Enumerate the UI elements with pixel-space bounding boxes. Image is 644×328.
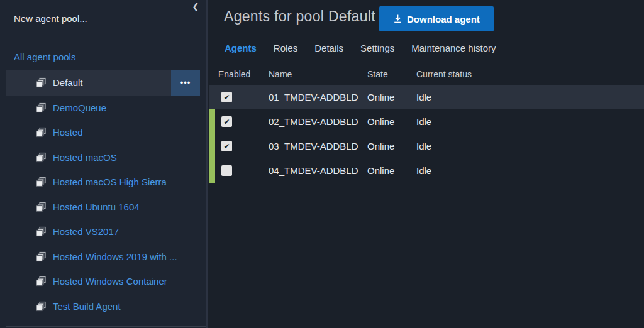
sidebar-item-pool[interactable]: Hosted [0, 120, 208, 145]
pool-tabs: Agents Roles Details Settings Maintenanc… [225, 40, 496, 56]
agent-name: 02_TMDEV-ADDBLD [269, 109, 358, 134]
tab-roles[interactable]: Roles [274, 40, 297, 56]
sidebar-item-pool-default[interactable]: Default ••• [6, 70, 200, 96]
sidebar-item-pool[interactable]: Hosted macOS High Sierra [0, 170, 208, 195]
pool-label: Hosted [53, 127, 83, 138]
agent-pool-icon [36, 177, 47, 187]
agent-enabled-checkbox[interactable] [221, 165, 232, 176]
column-header-current-status: Current status [416, 69, 472, 79]
agent-status: Idle [416, 109, 431, 134]
agent-state: Online [367, 158, 394, 183]
pool-label: DemoQueue [53, 102, 106, 113]
pool-label: Hosted macOS [53, 152, 117, 163]
sidebar-item-pool[interactable]: Hosted Ubuntu 1604 [0, 195, 208, 220]
sidebar-scrollbar-track [6, 326, 206, 327]
agents-table: 01_TMDEV-ADDBLD Online Idle 02_TMDEV-ADD… [209, 85, 644, 183]
tab-agents[interactable]: Agents [225, 40, 257, 56]
agent-state: Online [367, 109, 394, 134]
pool-label: Hosted VS2017 [53, 226, 119, 237]
tab-maintenance-history[interactable]: Maintenance history [411, 40, 496, 56]
agent-state: Online [367, 134, 394, 158]
column-header-enabled: Enabled [218, 69, 250, 79]
agents-table-header: Enabled Name State Current status [209, 65, 644, 84]
agent-pool-icon [36, 202, 47, 212]
table-row[interactable]: 01_TMDEV-ADDBLD Online Idle [209, 85, 644, 109]
new-agent-pool-button[interactable]: New agent pool... [14, 13, 87, 24]
agent-pool-icon [36, 102, 47, 113]
pool-label: Default [53, 77, 83, 88]
column-header-state: State [367, 69, 388, 79]
download-icon [393, 14, 402, 24]
agent-pool-icon [36, 77, 47, 88]
column-header-name: Name [269, 69, 292, 79]
pool-list: Default ••• DemoQueue Hosted Hosted macO… [0, 70, 208, 319]
agent-status: Idle [416, 134, 431, 158]
sidebar-item-pool[interactable]: DemoQueue [0, 96, 208, 121]
tab-settings[interactable]: Settings [360, 40, 394, 56]
agent-name: 04_TMDEV-ADDBLD [269, 158, 358, 183]
collapse-sidebar-icon[interactable]: ❮ [190, 1, 201, 13]
agent-pool-icon [36, 152, 47, 163]
sidebar-item-pool[interactable]: Hosted Windows 2019 with ... [0, 244, 208, 270]
sidebar-item-pool[interactable]: Hosted VS2017 [0, 219, 208, 244]
page-title: Agents for pool Default [224, 8, 375, 25]
pool-details-panel: Agents for pool Default Download agent A… [209, 0, 644, 328]
download-agent-button[interactable]: Download agent [379, 6, 494, 31]
agent-name: 01_TMDEV-ADDBLD [269, 85, 358, 109]
agent-enabled-checkbox[interactable] [221, 141, 232, 151]
agent-enabled-checkbox[interactable] [221, 92, 232, 102]
tab-details[interactable]: Details [314, 40, 343, 56]
ellipsis-icon: ••• [180, 80, 191, 85]
more-options-button[interactable]: ••• [171, 70, 200, 96]
pool-label: Hosted Windows Container [53, 276, 167, 287]
agent-status: Idle [416, 85, 431, 109]
pool-label: Test Build Agent [53, 301, 121, 312]
sidebar-item-pool[interactable]: Hosted macOS [0, 145, 208, 170]
agent-enabled-checkbox[interactable] [221, 116, 232, 127]
pool-label: Hosted macOS High Sierra [53, 177, 167, 187]
agent-state: Online [367, 85, 394, 109]
agent-pool-icon [36, 276, 47, 287]
sidebar-item-pool[interactable]: Test Build Agent [0, 294, 208, 319]
agent-pools-sidebar: ❮ New agent pool... All agent pools Defa… [0, 0, 208, 328]
agent-pool-icon [36, 251, 47, 262]
sidebar-item-pool[interactable]: Hosted Windows Container [0, 269, 208, 294]
table-row[interactable]: 04_TMDEV-ADDBLD Online Idle [209, 158, 644, 183]
sidebar-divider [6, 35, 195, 35]
table-row[interactable]: 03_TMDEV-ADDBLD Online Idle [209, 134, 644, 158]
agent-name: 03_TMDEV-ADDBLD [269, 134, 358, 158]
agent-pool-icon [36, 226, 47, 237]
all-agent-pools-link[interactable]: All agent pools [14, 52, 75, 62]
pool-label: Hosted Windows 2019 with ... [53, 251, 177, 262]
pool-label: Hosted Ubuntu 1604 [53, 202, 140, 212]
agent-pool-icon [36, 301, 47, 312]
agent-pool-icon [36, 127, 47, 138]
table-row[interactable]: 02_TMDEV-ADDBLD Online Idle [209, 109, 644, 134]
agent-status: Idle [416, 158, 431, 183]
download-agent-label: Download agent [407, 14, 480, 25]
